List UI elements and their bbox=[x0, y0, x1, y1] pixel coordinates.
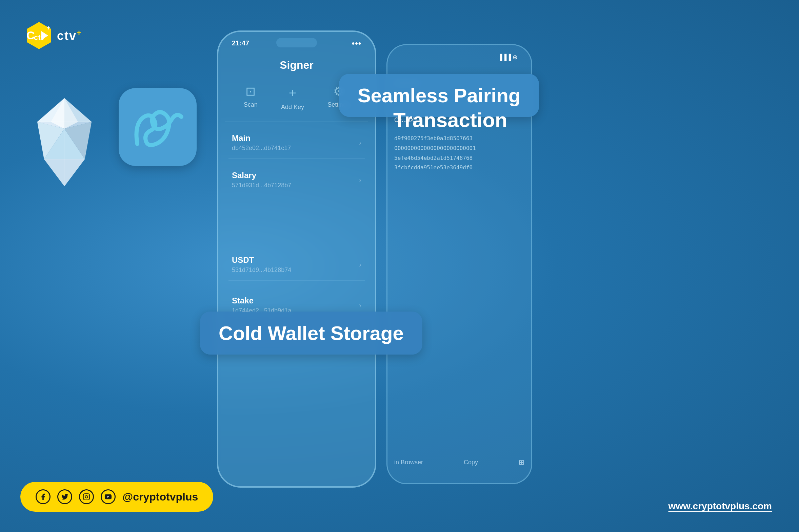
youtube-icon[interactable] bbox=[101, 489, 115, 504]
arrow-main: › bbox=[359, 139, 361, 147]
badge-space bbox=[229, 201, 365, 242]
svg-point-25 bbox=[88, 495, 89, 495]
hash-line-2: 0000000000000000000000001 bbox=[394, 144, 524, 153]
phone2-data-hash: d9f960275f3eb0a3d8507663 000000000000000… bbox=[394, 134, 524, 173]
facebook-icon[interactable] bbox=[36, 489, 51, 504]
grid-action[interactable]: ⊞ bbox=[519, 458, 524, 466]
item-usdt-name: USDT bbox=[232, 255, 361, 265]
item-salary-name: Salary bbox=[232, 171, 361, 180]
logo-area: C + ctv ctv+ bbox=[24, 20, 82, 51]
arrow-salary: › bbox=[359, 176, 361, 184]
transaction-badge: Transaction bbox=[393, 108, 507, 132]
phone-status-bar: 21:47 ●●● bbox=[232, 39, 361, 47]
phone2-signal-icon: ▐▐▐ ⊕ bbox=[498, 54, 517, 61]
phone-action-scan[interactable]: ⊡ Scan bbox=[244, 84, 258, 111]
svg-text:ctv: ctv bbox=[34, 33, 45, 42]
hash-line-3: 5efe46d54ebd2a1d51748768 bbox=[394, 153, 524, 163]
phone-action-addkey[interactable]: ＋ Add Key bbox=[281, 84, 304, 111]
social-bar: @cryptotvplus bbox=[20, 482, 213, 512]
list-item-usdt[interactable]: USDT 531d71d9...4b128b74 › bbox=[229, 249, 365, 281]
twitter-icon[interactable] bbox=[57, 489, 72, 504]
hash-line-1: d9f960275f3eb0a3d8507663 bbox=[394, 134, 524, 144]
svg-point-24 bbox=[85, 495, 88, 498]
item-main-address: db452e02...db741c17 bbox=[232, 145, 361, 152]
arrow-usdt: › bbox=[359, 261, 361, 268]
addkey-icon: ＋ bbox=[287, 84, 299, 101]
svg-text:C: C bbox=[26, 29, 35, 42]
hash-line-4: 3fcbfcdda951ee53e3649df0 bbox=[394, 163, 524, 173]
phone2-bottom-actions: in Browser Copy ⊞ bbox=[394, 458, 524, 466]
phone2-status: ▐▐▐ ⊕ bbox=[498, 54, 517, 61]
logo-plus-text: + bbox=[77, 28, 82, 37]
logo-text: ctv+ bbox=[57, 28, 82, 43]
scan-icon: ⊡ bbox=[246, 84, 256, 98]
app-icon-svg bbox=[127, 96, 188, 157]
item-stake-name: Stake bbox=[232, 296, 361, 305]
scan-label: Scan bbox=[244, 101, 258, 108]
instagram-icon[interactable] bbox=[79, 489, 94, 504]
seamless-pairing-text: Seamless Pairing bbox=[358, 84, 520, 107]
phone-title: Signer bbox=[218, 59, 375, 72]
logo-ctv-text: ctv bbox=[57, 29, 77, 43]
social-handle: @cryptotvplus bbox=[122, 491, 198, 503]
phone-signal: ●●● bbox=[351, 40, 361, 46]
svg-rect-23 bbox=[84, 494, 90, 500]
arrow-stake: › bbox=[359, 301, 361, 309]
item-main-name: Main bbox=[232, 133, 361, 143]
list-item-main[interactable]: Main db452e02...db741c17 › bbox=[229, 127, 365, 159]
ctv-logo-icon: C + ctv bbox=[24, 20, 54, 51]
cold-wallet-text: Cold Wallet Storage bbox=[219, 322, 404, 344]
app-icon bbox=[119, 88, 197, 166]
transaction-text: Transaction bbox=[393, 109, 507, 131]
list-item-salary[interactable]: Salary 571d931d...4b7128b7 › bbox=[229, 164, 365, 196]
browser-action[interactable]: in Browser bbox=[394, 459, 423, 466]
copy-action[interactable]: Copy bbox=[464, 459, 478, 466]
cold-wallet-badge: Cold Wallet Storage bbox=[200, 311, 422, 355]
phone-time: 21:47 bbox=[232, 39, 249, 47]
divider-top bbox=[225, 121, 368, 122]
website-url[interactable]: www.cryptotvplus.com bbox=[669, 501, 772, 512]
gem-icon bbox=[17, 91, 112, 193]
addkey-label: Add Key bbox=[281, 103, 304, 111]
item-salary-address: 571d931d...4b7128b7 bbox=[232, 182, 361, 189]
gem-container bbox=[17, 91, 112, 193]
svg-text:+: + bbox=[47, 24, 51, 31]
item-usdt-address: 531d71d9...4b128b74 bbox=[232, 266, 361, 273]
